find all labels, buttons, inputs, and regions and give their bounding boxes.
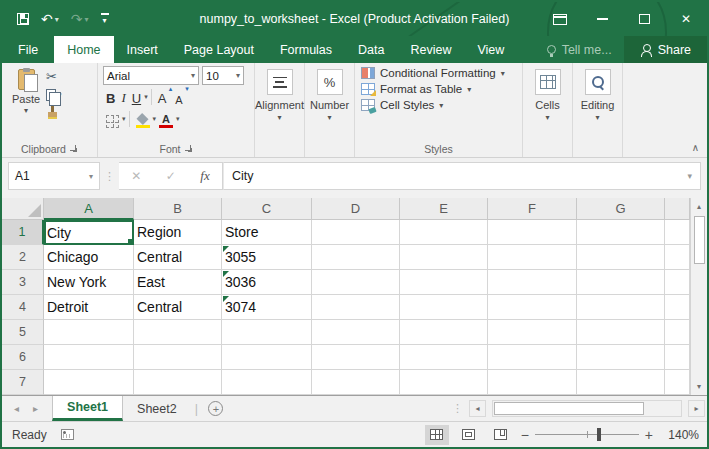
format-painter-button[interactable]	[46, 105, 62, 120]
column-header-d[interactable]: D	[312, 198, 400, 220]
cell-b1[interactable]: Region	[134, 220, 222, 245]
bold-button[interactable]: B	[103, 88, 118, 106]
editing-button[interactable]: Editing ▾	[573, 63, 622, 157]
zoom-slider-handle[interactable]	[597, 428, 601, 441]
cell-g1[interactable]	[577, 220, 665, 245]
scroll-left-icon[interactable]: ◂	[469, 400, 486, 417]
ribbon-display-options-button[interactable]	[539, 2, 581, 36]
confirm-entry-icon[interactable]: ✓	[166, 169, 176, 183]
vertical-scrollbar[interactable]: ▴ ▾	[690, 198, 707, 395]
cell-f5[interactable]	[488, 320, 577, 345]
conditional-formatting-button[interactable]: Conditional Formatting▾	[361, 67, 516, 79]
paste-dropdown-icon[interactable]: ▾	[24, 106, 28, 115]
cell-d2[interactable]	[312, 245, 400, 270]
expand-formula-bar-icon[interactable]: ▾	[687, 171, 692, 181]
row-header-3[interactable]: 3	[2, 270, 44, 295]
scrollbar-resize-grip-icon[interactable]: ⋮	[452, 402, 463, 415]
maximize-button[interactable]	[623, 2, 665, 36]
clipboard-dialog-launcher-icon[interactable]	[70, 145, 78, 153]
redo-button[interactable]: ↷▾	[66, 9, 94, 29]
cell-a6[interactable]	[44, 345, 134, 370]
tab-data[interactable]: Data	[345, 36, 397, 63]
cell-g4[interactable]	[577, 295, 665, 320]
cell-f1[interactable]	[488, 220, 577, 245]
cell-a7[interactable]	[44, 370, 134, 395]
column-header-a[interactable]: A	[44, 198, 134, 220]
tell-me-button[interactable]: Tell me...	[535, 36, 624, 63]
font-color-button[interactable]: A	[156, 110, 176, 128]
cell-d4[interactable]	[312, 295, 400, 320]
cell-g6[interactable]	[577, 345, 665, 370]
cell-f3[interactable]	[488, 270, 577, 295]
cell-e3[interactable]	[400, 270, 488, 295]
font-size-combobox[interactable]: 10▾	[202, 66, 244, 85]
undo-button[interactable]: ↶▾	[36, 9, 64, 29]
font-color-dropdown-icon[interactable]: ▾	[176, 115, 180, 123]
cell-f6[interactable]	[488, 345, 577, 370]
zoom-in-button[interactable]: +	[645, 427, 653, 443]
cell-styles-button-dropdown-icon[interactable]: ▾	[439, 101, 443, 110]
cell-c2[interactable]: 3055	[222, 245, 312, 270]
cell-d5[interactable]	[312, 320, 400, 345]
page-break-view-button[interactable]	[489, 425, 513, 445]
cell-f2[interactable]	[488, 245, 577, 270]
tab-page-layout[interactable]: Page Layout	[171, 36, 267, 63]
column-header-b[interactable]: B	[134, 198, 222, 220]
cell-d3[interactable]	[312, 270, 400, 295]
underline-dropdown-icon[interactable]: ▾	[144, 93, 148, 101]
italic-button[interactable]: I	[118, 88, 128, 106]
minimize-button[interactable]	[581, 2, 623, 36]
grow-font-button[interactable]: A	[155, 88, 173, 106]
undo-dropdown-icon[interactable]: ▾	[55, 15, 59, 24]
cell-e7[interactable]	[400, 370, 488, 395]
select-all-corner[interactable]	[2, 198, 44, 220]
insert-function-icon[interactable]: fx	[200, 168, 209, 184]
cell-b2[interactable]: Central	[134, 245, 222, 270]
tab-view[interactable]: View	[464, 36, 517, 63]
cell-e1[interactable]	[400, 220, 488, 245]
formula-bar-grip-icon[interactable]: ⋮	[100, 162, 119, 190]
number-button[interactable]: % Number ▾	[305, 63, 354, 157]
macro-record-icon[interactable]	[61, 429, 74, 440]
shrink-font-button[interactable]: A	[172, 88, 188, 106]
name-box-dropdown-icon[interactable]: ▾	[89, 172, 93, 181]
alignment-button[interactable]: Alignment ▾	[255, 63, 304, 157]
cell-g5[interactable]	[577, 320, 665, 345]
cell-c5[interactable]	[222, 320, 312, 345]
next-sheet-icon[interactable]: ▸	[33, 403, 38, 414]
cell-e2[interactable]	[400, 245, 488, 270]
cell-b6[interactable]	[134, 345, 222, 370]
horizontal-scrollbar-thumb[interactable]	[494, 402, 644, 415]
format-as-table-button-dropdown-icon[interactable]: ▾	[467, 85, 471, 94]
cell-a3[interactable]: New York	[44, 270, 134, 295]
cell-a1[interactable]: City	[44, 220, 134, 245]
tab-formulas[interactable]: Formulas	[267, 36, 345, 63]
sheet-tab-sheet2[interactable]: Sheet2	[123, 396, 191, 421]
format-as-table-button[interactable]: Format as Table▾	[361, 83, 516, 95]
column-header-g[interactable]: G	[577, 198, 665, 220]
new-sheet-button[interactable]: +	[202, 396, 230, 421]
row-header-1[interactable]: 1	[2, 220, 44, 245]
cell-a4[interactable]: Detroit	[44, 295, 134, 320]
page-layout-view-button[interactable]	[457, 425, 481, 445]
scroll-down-icon[interactable]: ▾	[691, 378, 707, 395]
borders-button[interactable]	[103, 110, 122, 128]
cell-b7[interactable]	[134, 370, 222, 395]
cell-e5[interactable]	[400, 320, 488, 345]
font-size-dropdown-icon[interactable]: ▾	[236, 71, 240, 80]
normal-view-button[interactable]	[425, 425, 449, 445]
cell-g7[interactable]	[577, 370, 665, 395]
font-family-dropdown-icon[interactable]: ▾	[191, 71, 195, 80]
formula-input[interactable]: City▾	[223, 162, 701, 190]
tab-review[interactable]: Review	[397, 36, 464, 63]
paste-button[interactable]: Paste ▾	[6, 67, 46, 140]
save-button[interactable]	[12, 11, 34, 27]
row-header-7[interactable]: 7	[2, 370, 44, 395]
customize-qat-button[interactable]: ▾	[96, 11, 114, 27]
borders-dropdown-icon[interactable]: ▾	[122, 115, 126, 123]
copy-button[interactable]: ▾	[46, 87, 62, 102]
cell-b4[interactable]: Central	[134, 295, 222, 320]
column-header-c[interactable]: C	[222, 198, 312, 220]
row-header-6[interactable]: 6	[2, 345, 44, 370]
cells-button[interactable]: Cells ▾	[523, 63, 572, 157]
